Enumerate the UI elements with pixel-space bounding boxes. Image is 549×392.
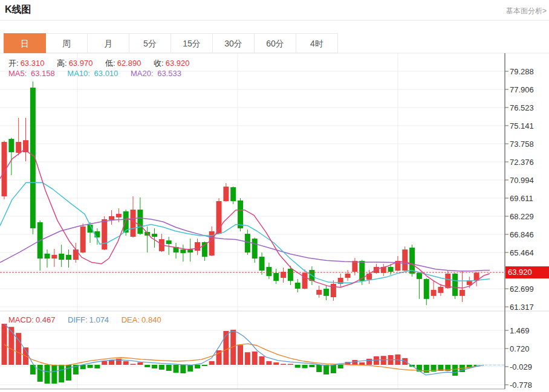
- candle-body: [45, 254, 50, 259]
- candle-body: [302, 273, 308, 289]
- candle-body: [366, 274, 372, 280]
- candle-body: [16, 142, 21, 153]
- macd-hist-bar: [195, 365, 200, 368]
- macd-hist-bar: [94, 365, 100, 368]
- candle-body: [345, 274, 351, 278]
- candle-body: [288, 269, 293, 281]
- macd-hist-bar: [209, 361, 215, 365]
- candle-body: [352, 261, 357, 272]
- candle-body: [59, 254, 64, 260]
- macd-tick-label: 1.469: [510, 326, 530, 335]
- candle-body: [388, 267, 394, 272]
- candle-body: [245, 234, 250, 252]
- ma5-line: [0, 150, 490, 288]
- kline-chart-canvas[interactable]: 79.28877.90676.52375.14173.75872.37670.9…: [0, 0, 549, 392]
- price-tick-label: 75.141: [510, 121, 534, 130]
- macd-hist-bar: [102, 361, 107, 365]
- candle-body: [8, 139, 14, 152]
- candle-body: [409, 248, 415, 274]
- price-tick-label: 62.699: [510, 284, 534, 294]
- macd-hist-bar: [174, 365, 179, 373]
- candle-body: [66, 255, 71, 260]
- kline-page: K线图 基本面分析> 日 周 月 5分 15分 30分 60分 4时 79.28…: [0, 0, 549, 392]
- macd-hist-bar: [374, 356, 379, 365]
- price-tick-label: 73.758: [510, 140, 534, 149]
- macd-hist-bar: [424, 365, 429, 373]
- candle-body: [417, 273, 422, 279]
- macd-hist-bar: [331, 365, 336, 373]
- candle-body: [273, 273, 279, 281]
- price-tick-label: 68.229: [510, 212, 534, 221]
- macd-hist-bar: [152, 365, 157, 368]
- macd-hist-bar: [137, 362, 143, 365]
- price-tick-label: 77.906: [510, 85, 534, 94]
- price-tick-label: 66.846: [510, 230, 534, 239]
- macd-hist-bar: [302, 365, 308, 368]
- candle-body: [180, 249, 186, 253]
- candle-body: [424, 279, 429, 299]
- macd-hist-bar: [281, 364, 286, 365]
- macd-hist-bar: [223, 331, 229, 365]
- current-price-tag: 63.920: [505, 266, 549, 278]
- price-tick-label: 79.288: [510, 67, 534, 76]
- candle-body: [223, 187, 229, 201]
- macd-hist-bar: [238, 345, 243, 365]
- macd-hist-bar: [8, 327, 14, 365]
- candle-body: [252, 239, 258, 259]
- macd-hist-bar: [259, 356, 265, 365]
- macd-hist-bar: [295, 365, 300, 368]
- macd-hist-bar: [131, 364, 136, 365]
- macd-tick-label: -0.029: [510, 362, 532, 371]
- candle-body: [331, 284, 336, 297]
- candle-body: [73, 249, 79, 260]
- macd-hist-bar: [59, 365, 64, 382]
- macd-hist-bar: [88, 365, 93, 368]
- macd-hist-bar: [45, 365, 50, 384]
- candle-body: [374, 267, 379, 273]
- macd-hist-bar: [252, 352, 258, 365]
- macd-hist-bar: [309, 365, 314, 367]
- candle-body: [94, 231, 100, 237]
- macd-hist-bar: [452, 365, 458, 376]
- price-tick-label: 76.523: [510, 103, 534, 112]
- candle-body: [323, 289, 329, 296]
- price-tick-label: 72.376: [510, 158, 534, 167]
- macd-hist-bar: [51, 365, 57, 384]
- price-tick-label: 69.611: [510, 194, 533, 203]
- candle-body: [259, 257, 265, 271]
- candle-body: [116, 214, 122, 217]
- macd-hist-bar: [37, 365, 43, 382]
- macd-hist-bar: [381, 356, 386, 365]
- macd-hist-bar: [159, 365, 164, 370]
- tab-day[interactable]: 日: [4, 33, 46, 53]
- price-tick-label: 61.317: [510, 303, 534, 312]
- candle-body: [166, 240, 172, 244]
- macd-hist-bar: [180, 365, 186, 373]
- candle-body: [195, 242, 200, 251]
- ma10-line: [0, 182, 490, 283]
- candle-body: [80, 227, 86, 252]
- candle-body: [316, 290, 322, 295]
- macd-hist-bar: [166, 365, 172, 371]
- candle-body: [238, 201, 243, 228]
- candle-body: [266, 267, 271, 276]
- candle-body: [137, 210, 143, 234]
- price-tick-label: 70.994: [510, 176, 534, 185]
- candle-body: [51, 255, 57, 259]
- candle-body: [187, 249, 193, 252]
- macd-hist-bar: [202, 365, 207, 366]
- macd-hist-bar: [145, 365, 150, 367]
- candle-body: [131, 210, 136, 237]
- macd-hist-bar: [338, 365, 343, 368]
- macd-hist-bar: [359, 362, 365, 365]
- macd-hist-bar: [316, 365, 322, 372]
- candle-body: [438, 287, 443, 293]
- candle-body: [109, 216, 114, 220]
- candle-body: [102, 219, 107, 249]
- macd-hist-bar: [288, 364, 293, 365]
- candle-body: [431, 290, 437, 296]
- macd-tick-label: -0.778: [510, 381, 532, 390]
- macd-hist-bar: [109, 360, 114, 365]
- macd-hist-bar: [266, 361, 271, 365]
- macd-hist-bar: [123, 361, 129, 365]
